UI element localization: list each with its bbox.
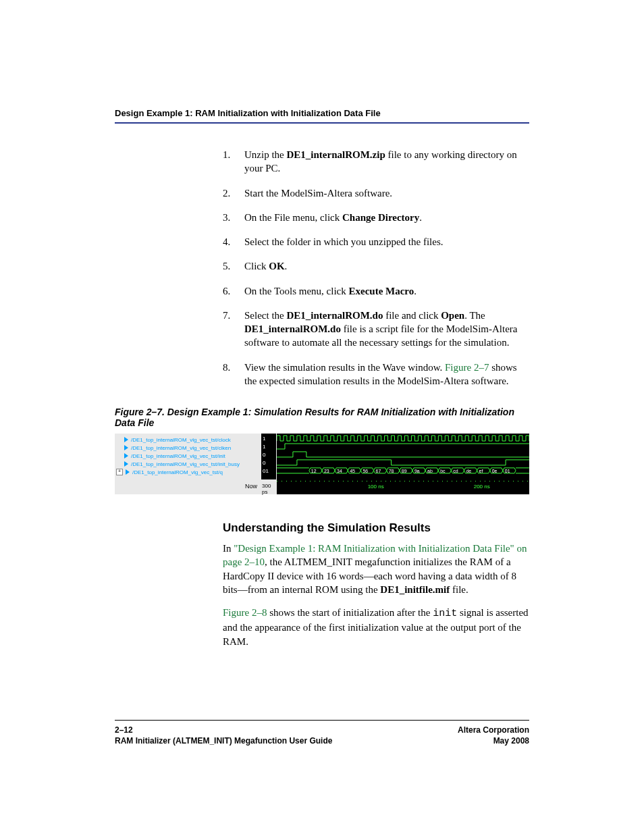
signal-value: 1 [261, 444, 276, 452]
signal-name: /DE1_top_internalROM_vlg_vec_tst/clken [131, 445, 231, 451]
signal-value: 0 [261, 452, 276, 460]
footer-left: 2–12 RAM Initializer (ALTMEM_INIT) Megaf… [115, 725, 332, 746]
text: file. [450, 584, 468, 595]
signal-arrow-icon [124, 445, 128, 450]
now-label: Now [115, 479, 261, 494]
filename: DE1_internalROM.zip [286, 149, 385, 160]
text: View the simulation results in the Wave … [244, 362, 445, 373]
step-2: Start the ModelSim-Altera software. [223, 186, 529, 200]
ruler-ticks [277, 481, 529, 481]
ruler-label-100ns: 100 ns [368, 484, 384, 490]
text: In [223, 543, 234, 554]
text: Select the [244, 310, 286, 321]
filename: DE1_initfile.mif [380, 584, 450, 595]
signal-value: 1 [261, 436, 276, 444]
menu-item: Execute Macro [348, 286, 414, 296]
svg-text:9a: 9a [414, 469, 420, 473]
xref-link[interactable]: Figure 2–8 [223, 607, 267, 618]
signal-name: /DE1_top_internalROM_vlg_vec_tst/clock [131, 437, 231, 443]
waveform-svg: 12233445566778899aabbccddeef0e01 [277, 434, 529, 479]
signal-row: /DE1_top_internalROM_vlg_vec_tst/init [115, 452, 261, 460]
date: May 2008 [458, 735, 529, 746]
text: . [285, 261, 288, 271]
svg-text:89: 89 [402, 469, 407, 473]
signal-arrow-icon [124, 461, 128, 467]
signal-arrow-icon [124, 437, 128, 442]
signal-value: 01 [261, 468, 276, 476]
running-header: Design Example 1: RAM Initialization wit… [115, 108, 529, 124]
text: Unzip the [244, 149, 286, 160]
text: . [414, 286, 417, 296]
step-6: On the Tools menu, click Execute Macro. [223, 284, 529, 298]
text: shows the start of initialization after … [267, 607, 433, 618]
menu-item: Change Directory [342, 212, 419, 223]
step-7: Select the DE1_internalROM.do file and c… [223, 309, 529, 350]
waveform-window: /DE1_top_internalROM_vlg_vec_tst/clock /… [115, 434, 529, 494]
step-1: Unzip the DE1_internalROM.zip file to an… [223, 148, 529, 176]
signal-row: /DE1_top_internalROM_vlg_vec_tst/clken [115, 444, 261, 452]
expand-icon[interactable]: + [116, 469, 123, 475]
button-label: Open [441, 310, 464, 321]
doc-title: RAM Initializer (ALTMEM_INIT) Megafuncti… [115, 735, 332, 746]
svg-text:12: 12 [311, 469, 317, 473]
button-label: OK [269, 261, 284, 271]
footer-right: Altera Corporation May 2008 [458, 725, 529, 746]
signal-name: /DE1_top_internalROM_vlg_vec_tst/init_bu… [131, 461, 240, 467]
ruler-area: 100 ns 200 ns [277, 479, 529, 494]
step-list: Unzip the DE1_internalROM.zip file to an… [223, 148, 529, 388]
text: . [419, 212, 422, 223]
signal-row: +/DE1_top_internalROM_vlg_vec_tst/q [115, 468, 261, 476]
svg-text:ab: ab [427, 469, 433, 473]
text: Click [244, 261, 269, 271]
ruler-label-200ns: 200 ns [474, 484, 490, 490]
step-8: View the simulation results in the Wave … [223, 361, 529, 388]
xref-link[interactable]: Figure 2–7 [445, 362, 489, 373]
filename: DE1_internalROM.do [244, 323, 341, 334]
text: On the Tools menu, click [244, 286, 348, 296]
body-paragraph: Figure 2–8 shows the start of initializa… [223, 606, 529, 648]
waveform-figure: /DE1_top_internalROM_vlg_vec_tst/clock /… [115, 434, 529, 494]
svg-text:78: 78 [389, 469, 394, 473]
page: Design Example 1: RAM Initialization wit… [0, 0, 644, 834]
now-value: 300 ps [261, 479, 277, 494]
signal-name: /DE1_top_internalROM_vlg_vec_tst/init [131, 453, 225, 459]
svg-text:23: 23 [324, 469, 329, 473]
text: . The [464, 310, 485, 321]
signal-arrow-icon [126, 469, 130, 475]
time-ruler: Now 300 ps 100 ns 200 ns [115, 479, 529, 494]
svg-text:de: de [466, 469, 471, 473]
corporation: Altera Corporation [458, 725, 529, 735]
svg-text:ef: ef [479, 469, 483, 473]
section-heading: Understanding the Simulation Results [223, 521, 529, 535]
signal-arrow-icon [124, 453, 128, 459]
page-footer: 2–12 RAM Initializer (ALTMEM_INIT) Megaf… [115, 720, 529, 746]
step-4: Select the folder in which you unzipped … [223, 235, 529, 249]
signal-name: /DE1_top_internalROM_vlg_vec_tst/q [132, 469, 223, 475]
svg-text:45: 45 [350, 469, 355, 473]
signal-row: /DE1_top_internalROM_vlg_vec_tst/init_bu… [115, 460, 261, 468]
signal-value: 0 [261, 460, 276, 468]
svg-text:0e: 0e [492, 469, 498, 473]
filename: DE1_internalROM.do [286, 310, 383, 321]
svg-text:67: 67 [376, 469, 381, 473]
text: , the ALTMEM_INIT megafunction initializ… [223, 556, 516, 595]
signal-row: /DE1_top_internalROM_vlg_vec_tst/clock [115, 436, 261, 444]
text: file and click [383, 310, 441, 321]
step-5: Click OK. [223, 259, 529, 273]
svg-text:56: 56 [363, 469, 368, 473]
page-number: 2–12 [115, 725, 133, 735]
text: On the File menu, click [244, 212, 342, 223]
svg-text:cd: cd [453, 469, 458, 473]
figure-caption: Figure 2–7. Design Example 1: Simulation… [115, 407, 529, 428]
code-literal: init [433, 608, 457, 619]
body-paragraph: In "Design Example 1: RAM Initialization… [223, 542, 529, 596]
svg-text:01: 01 [505, 469, 510, 473]
svg-text:34: 34 [337, 469, 342, 473]
step-3: On the File menu, click Change Directory… [223, 211, 529, 224]
svg-text:bc: bc [440, 469, 446, 473]
